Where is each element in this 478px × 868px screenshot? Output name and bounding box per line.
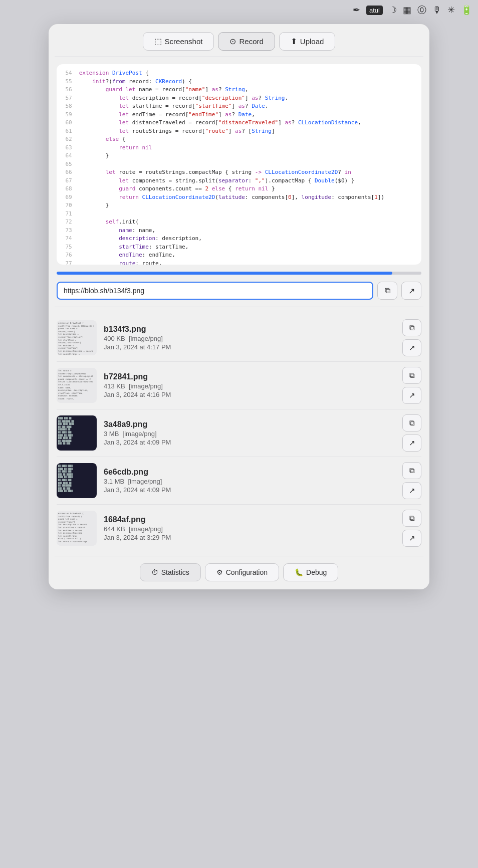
tab-configuration-label: Configuration (226, 568, 268, 576)
open-file-4-button[interactable]: ↗ (402, 482, 421, 499)
code-line-67: 67 let components = string.split(separat… (64, 177, 414, 185)
file-actions: ⧉ ↗ (402, 510, 421, 547)
file-meta: 3.1 MB [image/png] (104, 478, 395, 485)
code-line-56: 56 guard let name = record["name"] as? S… (64, 86, 414, 94)
file-name: b134f3.png (104, 325, 395, 334)
copy-icon: ⧉ (409, 466, 415, 475)
open-file-2-button[interactable]: ↗ (402, 387, 421, 404)
record-icon: ⊙ (229, 37, 236, 46)
url-row: ⧉ ↗ (49, 275, 429, 300)
file-meta: 400 KB [image/png] (104, 335, 395, 342)
code-line-76: 76 endTime: endTime, (64, 251, 414, 260)
file-list: extension DrivePost {init?(from record: … (57, 314, 421, 552)
tab-statistics[interactable]: ⏱ Statistics (140, 563, 201, 581)
open-icon: ↗ (408, 286, 415, 296)
tab-bar: ⬚ Screenshot ⊙ Record ⬆ Upload (49, 24, 429, 57)
tab-configuration[interactable]: ⚙ Configuration (205, 563, 279, 581)
copy-icon: ⧉ (409, 418, 415, 427)
divider-top (55, 57, 423, 57)
code-line-74: 74 description: description, (64, 235, 414, 243)
code-line-71: 71 (64, 210, 414, 219)
file-info: b134f3.png 400 KB [image/png] Jan 3, 202… (104, 325, 395, 351)
open-file-1-button[interactable]: ↗ (402, 339, 421, 356)
file-date: Jan 3, 2024 at 4:09 PM (104, 439, 395, 446)
tab-statistics-label: Statistics (161, 568, 189, 576)
code-line-54: 54 extension DrivePost { (64, 69, 414, 78)
file-item: extension DrivePost {init?(from record) … (57, 505, 421, 552)
battery-icon[interactable]: 🔋 (461, 5, 472, 16)
code-line-60: 60 let distanceTraveled = record["distan… (64, 119, 414, 127)
open-icon: ↗ (409, 391, 415, 400)
code-line-62: 62 else { (64, 135, 414, 144)
code-line-75: 75 startTime: startTime, (64, 243, 414, 252)
mic-muted-icon[interactable]: 🎙 (432, 5, 441, 16)
tab-record[interactable]: ⊙ Record (218, 32, 275, 51)
atul-badge[interactable]: atul (366, 6, 383, 15)
code-line-65: 65 (64, 160, 414, 169)
bluetooth-icon[interactable]: ✳ (447, 5, 455, 16)
copy-file-1-button[interactable]: ⧉ (402, 319, 421, 336)
tab-upload[interactable]: ⬆ Upload (279, 32, 336, 51)
file-thumb: let route = routeStrings.compactMaplet c… (57, 368, 97, 403)
file-actions: ⧉ ↗ (402, 462, 421, 499)
code-line-77: 77 route: route, (64, 260, 414, 265)
file-meta: 644 KB [image/png] (104, 525, 395, 533)
open-icon: ↗ (409, 343, 415, 352)
open-icon: ↗ (409, 486, 415, 495)
code-table: 54 extension DrivePost { 55 init?(from r… (64, 69, 414, 265)
copy-url-button[interactable]: ⧉ (377, 282, 397, 300)
file-info: b72841.png 413 KB [image/png] Jan 3, 202… (104, 372, 395, 398)
code-line-69: 69 return CLLocationCoordinate2D(latitud… (64, 193, 414, 202)
code-line-59: 59 let endTime = record["endTime"] as? D… (64, 111, 414, 119)
file-actions: ⧉ ↗ (402, 367, 421, 404)
code-line-64: 64 } (64, 152, 414, 160)
file-thumb: extension DrivePost {init?(from record) … (57, 511, 97, 546)
file-thumb: ████ ███ ████ ███████ █████ ████ ██████ … (57, 415, 97, 451)
code-line-58: 58 let startTime = record["startTime"] a… (64, 102, 414, 111)
file-actions: ⧉ ↗ (402, 319, 421, 356)
file-item: let route = routeStrings.compactMaplet c… (57, 362, 421, 409)
moon-icon[interactable]: ☽ (389, 5, 397, 16)
code-line-70: 70 } (64, 201, 414, 210)
url-input[interactable] (57, 282, 373, 300)
file-date: Jan 3, 2024 at 4:09 PM (104, 486, 395, 494)
open-url-button[interactable]: ↗ (401, 282, 421, 300)
file-meta: 413 KB [image/png] (104, 382, 395, 390)
tab-debug[interactable]: 🐛 Debug (283, 563, 338, 581)
file-thumb: extension DrivePost {init?(from record: … (57, 320, 97, 355)
file-date: Jan 3, 2024 at 4:17 PM (104, 343, 395, 351)
configuration-icon: ⚙ (216, 568, 223, 576)
open-icon: ↗ (409, 534, 415, 543)
tab-screenshot[interactable]: ⬚ Screenshot (143, 32, 214, 51)
file-actions: ⧉ ↗ (402, 414, 421, 452)
open-file-3-button[interactable]: ↗ (402, 435, 421, 452)
copy-file-3-button[interactable]: ⧉ (402, 414, 421, 431)
open-file-5-button[interactable]: ↗ (402, 530, 421, 547)
accessibility-icon[interactable]: ⓪ (417, 4, 426, 16)
tab-debug-label: Debug (306, 568, 327, 576)
copy-icon: ⧉ (409, 514, 415, 523)
file-name: 3a48a9.png (104, 420, 395, 429)
file-info: 1684af.png 644 KB [image/png] Jan 3, 202… (104, 515, 395, 541)
copy-file-2-button[interactable]: ⧉ (402, 367, 421, 384)
code-line-57: 57 let description = record["description… (64, 94, 414, 103)
copy-file-4-button[interactable]: ⧉ (402, 462, 421, 479)
file-name: 1684af.png (104, 515, 395, 524)
file-name: 6e6cdb.png (104, 468, 395, 477)
file-info: 3a48a9.png 3 MB [image/png] Jan 3, 2024 … (104, 420, 395, 446)
layout-icon[interactable]: ▦ (403, 5, 411, 16)
open-icon: ↗ (409, 439, 415, 448)
main-panel: ⬚ Screenshot ⊙ Record ⬆ Upload 54 extens… (49, 24, 429, 589)
code-line-66: 66 let route = routeStrings.compactMap {… (64, 168, 414, 177)
file-thumb: ██ ████ ████████ ██ ██████ ████ ██████ █… (57, 463, 97, 498)
file-date: Jan 3, 2024 at 4:16 PM (104, 391, 395, 398)
file-item: ████ ███ ████ ███████ █████ ████ ██████ … (57, 409, 421, 457)
code-line-73: 73 name: name, (64, 227, 414, 235)
screenshot-icon: ⬚ (154, 37, 162, 46)
pencil-icon[interactable]: ✒ (353, 5, 360, 16)
code-line-55: 55 init?(from record: CKRecord) { (64, 78, 414, 86)
menubar: ✒ atul ☽ ▦ ⓪ 🎙 ✳ 🔋 (0, 0, 478, 20)
code-viewer[interactable]: 54 extension DrivePost { 55 init?(from r… (57, 64, 421, 265)
copy-file-5-button[interactable]: ⧉ (402, 510, 421, 527)
upload-icon: ⬆ (291, 37, 297, 46)
